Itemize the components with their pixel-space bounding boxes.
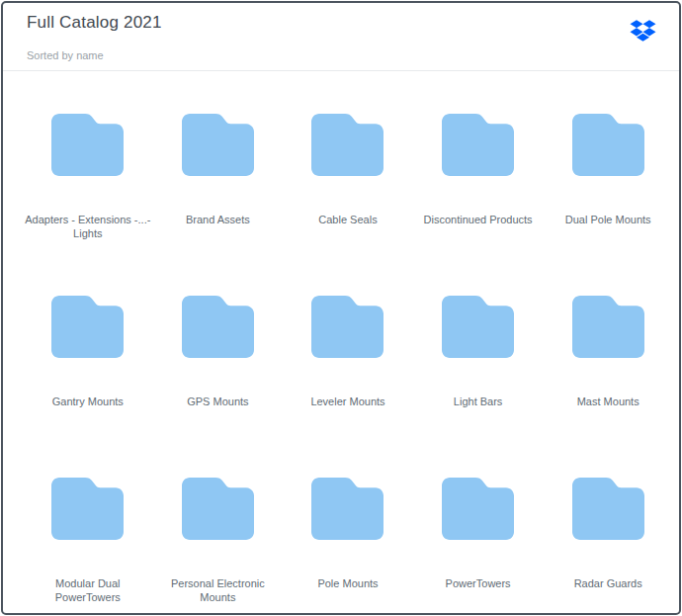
- dropbox-logo-icon[interactable]: [630, 18, 656, 44]
- folder-icon: [181, 295, 255, 359]
- folder-name-label: Pole Mounts: [317, 576, 378, 590]
- shared-folder-page: Full Catalog 2021 Sorted by name Adapter…: [1, 1, 681, 615]
- folder-icon: [181, 477, 255, 541]
- folder-tile[interactable]: Light Bars: [413, 295, 543, 422]
- folder-icon: [50, 295, 125, 359]
- folder-tile[interactable]: Cable Seals: [283, 113, 412, 240]
- folder-tile[interactable]: Brand Assets: [153, 113, 283, 240]
- folder-name-label: Discontinued Products: [424, 213, 533, 226]
- folder-tile[interactable]: Pole Mounts: [283, 477, 412, 604]
- folder-tile[interactable]: Personal Electronic Mounts: [153, 477, 283, 604]
- folder-name-label: Gantry Mounts: [52, 395, 124, 408]
- folder-name-label: Cable Seals: [318, 213, 377, 226]
- folder-tile[interactable]: Discontinued Products: [413, 113, 543, 240]
- folder-name-label: Dual Pole Mounts: [565, 213, 651, 226]
- folder-name-label: Light Bars: [454, 395, 503, 408]
- folder-icon: [441, 295, 515, 359]
- folder-icon: [571, 477, 645, 541]
- folder-name-label: Radar Guards: [574, 576, 642, 590]
- folder-icon: [571, 113, 645, 177]
- folder-tile[interactable]: Radar Guards: [544, 477, 673, 604]
- folder-tile[interactable]: Dual Pole Mounts: [544, 113, 673, 240]
- folder-tile[interactable]: Leveler Mounts: [283, 295, 412, 422]
- page-header: Full Catalog 2021 Sorted by name: [3, 3, 679, 71]
- folder-icon: [310, 295, 384, 359]
- folder-icon: [50, 477, 125, 541]
- folder-name-label: Modular Dual PowerTowers: [23, 576, 152, 604]
- folder-name-label: Personal Electronic Mounts: [153, 576, 283, 604]
- folder-name-label: Mast Mounts: [577, 395, 639, 408]
- folder-icon: [310, 477, 384, 541]
- folder-name-label: Brand Assets: [186, 213, 250, 226]
- folder-icon: [571, 295, 645, 359]
- folder-name-label: Leveler Mounts: [310, 395, 384, 408]
- folder-name-label: Adapters - Extensions -...- Lights: [25, 213, 150, 240]
- folder-tile[interactable]: Adapters - Extensions -...- Lights: [23, 113, 152, 240]
- folder-icon: [310, 113, 384, 177]
- folder-icon: [441, 477, 515, 541]
- folder-tile[interactable]: PowerTowers: [413, 477, 543, 604]
- folder-grid: Adapters - Extensions -...- Lights Brand…: [3, 71, 679, 604]
- folder-tile[interactable]: GPS Mounts: [153, 295, 283, 422]
- folder-icon: [441, 113, 515, 177]
- folder-icon: [50, 113, 125, 177]
- folder-name-label: GPS Mounts: [187, 395, 248, 408]
- folder-name-label: PowerTowers: [446, 576, 511, 590]
- folder-tile[interactable]: Gantry Mounts: [23, 295, 152, 422]
- folder-tile[interactable]: Mast Mounts: [544, 295, 673, 422]
- folder-icon: [181, 113, 255, 177]
- sort-status-label: Sorted by name: [27, 49, 655, 61]
- folder-tile[interactable]: Modular Dual PowerTowers: [23, 477, 152, 604]
- page-title: Full Catalog 2021: [27, 13, 655, 33]
